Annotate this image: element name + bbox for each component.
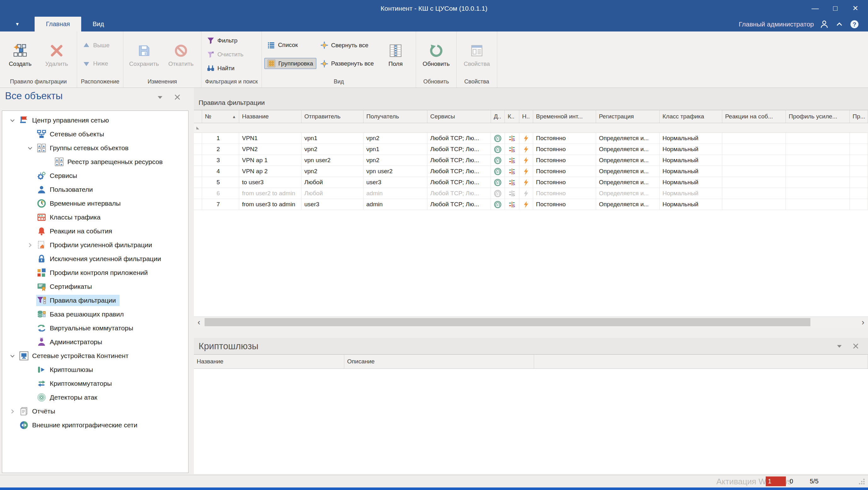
list-button[interactable]: Список — [265, 40, 316, 50]
tree-item[interactable]: Группы сетевых объектов — [2, 141, 188, 155]
column-header-n[interactable]: Н.. — [519, 110, 533, 123]
scroll-right-button[interactable]: › — [858, 317, 868, 328]
tree-item[interactable]: База решающих правил — [2, 307, 188, 321]
sidebar-close-icon[interactable] — [173, 93, 182, 102]
administrators-icon — [37, 337, 46, 347]
move-down-button[interactable]: Ниже — [80, 59, 112, 69]
rollback-icon — [174, 44, 188, 58]
expander-right-icon[interactable] — [6, 407, 19, 415]
tree-item[interactable]: Реестр запрещенных ресурсов — [2, 155, 188, 169]
tree-item[interactable]: Сетевые устройства Континент — [2, 349, 188, 363]
tree-item[interactable]: Детекторы атак — [2, 391, 188, 404]
user-icon — [819, 20, 829, 29]
tree-item[interactable]: Сервисы — [2, 169, 188, 183]
dropdown-arrow-icon[interactable] — [835, 342, 843, 350]
collapse-all-button[interactable]: Свернуть все — [317, 40, 377, 50]
admin-name-label: Главный администратор — [739, 21, 814, 28]
column-header-sender[interactable]: Отправитель — [302, 110, 364, 123]
fields-button[interactable]: Поля — [378, 40, 413, 69]
move-up-button[interactable]: Выше — [80, 40, 112, 50]
column-header-num[interactable]: №▲ — [202, 110, 239, 123]
gateways-close-icon[interactable] — [851, 342, 860, 350]
column-header-pr[interactable]: Пр... — [850, 110, 868, 123]
tree-item[interactable]: Центр управления сетью — [2, 113, 188, 127]
expand-all-button[interactable]: Развернуть все — [317, 59, 377, 69]
column-header-services[interactable]: Сервисы — [427, 110, 491, 123]
find-button[interactable]: Найти — [204, 63, 246, 74]
tree-item[interactable]: Пользователи — [2, 183, 188, 197]
save-button[interactable]: Сохранить — [126, 40, 162, 69]
column-header-label: Получатель — [366, 113, 399, 120]
tree-item[interactable]: Реакции на события — [2, 224, 188, 238]
rollback-button[interactable]: Откатить — [163, 40, 198, 69]
tree-item[interactable]: Классы трафика — [2, 210, 188, 224]
help-icon[interactable]: ? — [850, 20, 859, 29]
cell-sender: Любой — [302, 188, 364, 199]
tree-item[interactable]: Правила фильтрации — [2, 293, 188, 307]
column-header-cls[interactable]: Класс трафика — [660, 110, 722, 123]
rules-grid-filter-row[interactable] — [194, 123, 868, 133]
tree-item[interactable]: Сетевые объекты — [2, 127, 188, 141]
gateways-column-header-1[interactable]: Описание — [344, 354, 534, 369]
group-icon — [55, 157, 64, 167]
resize-grip-icon[interactable] — [858, 478, 866, 485]
tab-glavnaya[interactable]: Главная — [35, 17, 81, 31]
tree-item[interactable]: Криптошлюзы — [2, 363, 188, 377]
column-header-receiver[interactable]: Получатель — [364, 110, 427, 123]
refresh-button[interactable]: Обновить — [418, 40, 454, 69]
rules-table-row[interactable]: 5to user3Любойuser3Любой TCP; Лю...SПост… — [194, 177, 868, 188]
column-header-ind[interactable] — [194, 110, 202, 123]
position-group: ВышеНижеРасположение — [77, 31, 123, 88]
column-header-react[interactable]: Реакции на соб... — [722, 110, 786, 123]
minimize-button[interactable]: — — [805, 0, 825, 17]
panel-splitter[interactable] — [194, 328, 868, 338]
cell-prof — [786, 144, 850, 154]
move-up-button-label: Выше — [93, 42, 110, 49]
rules-table-row[interactable]: 7from user3 to adminuser3adminЛюбой TCP;… — [194, 199, 868, 210]
rules-table-row[interactable]: 3VPN ap 1vpn user2vpn2Любой TCP; Лю...SП… — [194, 155, 868, 166]
sidebar-title: Все объекты — [5, 90, 63, 102]
rules-table-row[interactable]: 2VPN2vpn2vpn1Любой TCP; Лю...SПостоянноО… — [194, 144, 868, 155]
rules-table-row[interactable]: 6from user2 to adminЛюбойadminЛюбой TCP;… — [194, 188, 868, 199]
tree-item[interactable]: Профили усиленной фильтрации — [2, 238, 188, 252]
chevron-up-icon[interactable] — [835, 20, 844, 29]
tree-item[interactable]: Профили контроля приложений — [2, 266, 188, 280]
close-button[interactable]: ✕ — [845, 0, 866, 17]
properties-button[interactable]: Свойства — [459, 40, 494, 69]
expander-down-icon[interactable] — [6, 116, 19, 124]
gateways-column-header-0[interactable]: Название — [194, 354, 344, 369]
column-header-time[interactable]: Временной инт... — [533, 110, 596, 123]
expander-right-icon[interactable] — [24, 241, 36, 249]
tree-item[interactable]: Криптокоммутаторы — [2, 377, 188, 391]
tree-item[interactable]: Виртуальные коммутаторы — [2, 321, 188, 335]
column-header-k[interactable]: К.. — [505, 110, 519, 123]
column-header-reg[interactable]: Регистрация — [596, 110, 660, 123]
tree-item[interactable]: Сертификаты — [2, 280, 188, 293]
tree-item[interactable]: Временные интервалы — [2, 197, 188, 210]
create-button[interactable]: Создать — [2, 40, 38, 69]
expander-down-icon[interactable] — [24, 144, 36, 152]
grouping-button[interactable]: Группировка — [265, 58, 316, 69]
tab-vid[interactable]: Вид — [81, 17, 115, 31]
dropdown-arrow-icon[interactable] — [156, 93, 164, 102]
filter-button[interactable]: Фильтр — [204, 36, 246, 46]
tree-item[interactable]: Администраторы — [2, 335, 188, 349]
tree-item[interactable]: Внешние криптографические сети — [2, 418, 188, 432]
column-header-d[interactable]: Д.. — [491, 110, 505, 123]
tree-item-label: Детекторы атак — [50, 394, 97, 401]
rules-table-row[interactable]: 4VPN ap 2vpn2vpn user2Любой TCP; Лю...SП… — [194, 166, 868, 177]
scrollbar-thumb[interactable] — [205, 318, 810, 326]
column-header-name[interactable]: Название — [239, 110, 302, 123]
maximize-button[interactable]: □ — [825, 0, 845, 17]
clear-filter-button[interactable]: Очистить — [204, 50, 246, 60]
rules-table-row[interactable]: 1VPN1vpn1vpn2Любой TCP; Лю...SПостоянноО… — [194, 133, 868, 144]
scroll-left-button[interactable]: ‹ — [194, 317, 204, 328]
expander-down-icon[interactable] — [6, 352, 19, 360]
column-header-prof[interactable]: Профиль усиле... — [786, 110, 850, 123]
tree-item[interactable]: Отчёты — [2, 404, 188, 418]
ribbon-menu-caret[interactable]: ▾ — [0, 17, 35, 31]
delete-button[interactable]: Удалить — [39, 40, 74, 69]
continent-devices-icon — [19, 351, 29, 361]
tree-item[interactable]: Исключения усиленной фильтрации — [2, 252, 188, 266]
time-intervals-icon — [37, 199, 46, 208]
